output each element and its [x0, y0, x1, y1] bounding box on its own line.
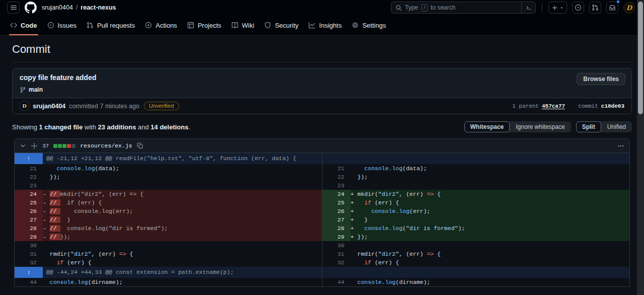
diff-row: 21 console.log(data);21 console.log(data… — [15, 164, 629, 173]
github-logo-icon[interactable] — [25, 2, 37, 14]
line-number[interactable]: 31 — [323, 250, 351, 258]
whitespace-button[interactable]: Whitespace — [464, 121, 510, 132]
issues-icon-button[interactable] — [572, 2, 584, 14]
code-line: - // } — [43, 215, 322, 224]
user-avatar[interactable]: D — [623, 2, 635, 14]
line-number[interactable]: 28 — [15, 224, 43, 233]
committer-name-link[interactable]: srujan0404 — [33, 103, 65, 110]
diff-row: 29- // });29+ }); — [15, 233, 629, 241]
expand-hunk-button[interactable]: ↕ — [15, 267, 43, 278]
inbox-icon-button[interactable] — [606, 2, 618, 14]
diff-file-box: 37 resources/ex.js ↑ @@ -21,12 +21,12 @@… — [14, 138, 630, 287]
unified-view-button[interactable]: Unified — [601, 121, 632, 132]
diff-row: 27- // }27+ } — [15, 215, 629, 224]
code-line: console.log(data); — [351, 164, 630, 173]
line-number[interactable]: 26 — [15, 207, 43, 215]
line-number[interactable]: 26 — [323, 207, 351, 215]
ignore-whitespace-button[interactable]: Ignore whitespace — [510, 121, 571, 132]
line-number[interactable]: 22 — [15, 173, 43, 181]
line-number[interactable]: 23 — [323, 181, 351, 190]
hamburger-menu-button[interactable] — [7, 2, 20, 14]
split-view-button[interactable]: Split — [576, 121, 601, 132]
line-number[interactable]: 31 — [15, 250, 43, 258]
line-number[interactable]: 27 — [323, 215, 351, 224]
tab-settings[interactable]: Settings — [347, 15, 391, 35]
search-icon — [395, 5, 402, 11]
branch-row[interactable]: main — [20, 86, 624, 93]
page-title: Commit — [12, 43, 632, 56]
hunk-header-row: ↑ @@ -21,12 +21,12 @@ readFile("help.txt… — [15, 153, 629, 164]
breadcrumb-owner-link[interactable]: srujan0404 — [42, 4, 73, 11]
tab-projects[interactable]: Projects — [182, 15, 226, 35]
tab-label: Settings — [362, 22, 386, 29]
diff-filename[interactable]: resources/ex.js — [80, 142, 132, 149]
header-divider — [542, 3, 542, 12]
line-number[interactable]: 21 — [323, 164, 351, 173]
repo-nav: CodeIssuesPull requestsActionsProjectsWi… — [0, 15, 644, 36]
file-options-kebab-icon[interactable] — [617, 142, 624, 150]
line-number[interactable]: 25 — [323, 198, 351, 207]
committer-avatar[interactable]: D — [20, 101, 29, 111]
code-line — [351, 181, 630, 190]
diff-row: 28- // console.log("dir is formed");28+ … — [15, 224, 629, 233]
slash-key-hint: / — [421, 4, 428, 12]
collapse-file-chevron-icon[interactable] — [20, 142, 26, 149]
line-number[interactable]: 29 — [15, 233, 43, 241]
gear-icon — [352, 22, 359, 29]
page-scrollbar[interactable] — [637, 0, 644, 295]
tab-label: Insights — [319, 22, 342, 29]
code-line: }); — [43, 173, 322, 181]
code-line: }); — [351, 173, 630, 181]
line-number[interactable]: 30 — [323, 241, 351, 250]
tab-insights[interactable]: Insights — [303, 15, 347, 35]
browse-files-button[interactable]: Browse files — [577, 73, 625, 85]
diff-stat-blocks — [53, 144, 75, 148]
line-number[interactable]: 25 — [15, 198, 43, 207]
code-line — [351, 241, 630, 250]
line-number[interactable]: 32 — [15, 258, 43, 267]
scrollbar-thumb[interactable] — [638, 2, 643, 114]
diff-block-added — [62, 144, 66, 148]
tab-label: Wiki — [242, 22, 255, 29]
commit-message: copy file feature added — [20, 73, 624, 82]
code-line: console.log(dirname); — [351, 278, 630, 286]
create-new-button[interactable] — [548, 2, 567, 14]
line-number[interactable]: 44 — [323, 278, 351, 286]
tab-issues[interactable]: Issues — [42, 15, 82, 35]
breadcrumb-repo-link[interactable]: react-nexus — [80, 4, 116, 11]
line-number[interactable]: 30 — [15, 241, 43, 250]
parent-sha-link[interactable]: 457ca77 — [542, 103, 565, 109]
line-number[interactable]: 32 — [323, 258, 351, 267]
unverified-badge[interactable]: Unverified — [144, 102, 179, 110]
line-number[interactable]: 29 — [323, 233, 351, 241]
pull-requests-icon-button[interactable] — [589, 2, 601, 14]
tab-actions[interactable]: Actions — [140, 15, 182, 35]
command-palette-icon[interactable] — [521, 2, 535, 13]
commit-label: commit — [578, 103, 598, 109]
play-icon — [145, 22, 152, 29]
line-number[interactable]: 22 — [323, 173, 351, 181]
line-number[interactable]: 44 — [15, 278, 43, 286]
parent-label: 1 parent — [512, 103, 539, 109]
book-icon — [231, 22, 238, 29]
tab-code[interactable]: Code — [5, 15, 42, 35]
tab-wiki[interactable]: Wiki — [226, 15, 260, 35]
line-number[interactable]: 24 — [323, 190, 351, 198]
line-number[interactable]: 21 — [15, 164, 43, 173]
tab-pull-requests[interactable]: Pull requests — [82, 15, 140, 35]
copy-path-icon[interactable] — [137, 142, 143, 149]
diff-block-deleted — [67, 144, 71, 148]
top-bar: srujan0404 / react-nexus Type / to searc… — [0, 0, 644, 15]
drag-move-icon[interactable] — [31, 142, 38, 150]
code-line: + console.log(err); — [351, 207, 630, 215]
hunk-header-text: @@ -44,24 +44,33 @@ const extension = pa… — [43, 267, 322, 278]
expand-hunk-button[interactable]: ↑ — [15, 153, 43, 164]
line-number[interactable]: 24 — [15, 190, 43, 198]
search-input[interactable]: Type / to search — [391, 2, 536, 14]
code-line: + mkdir("dir2", (err) => { — [351, 190, 630, 198]
tab-security[interactable]: Security — [259, 15, 303, 35]
line-number[interactable]: 23 — [15, 181, 43, 190]
line-number[interactable]: 27 — [15, 215, 43, 224]
code-line: + if (err) { — [351, 198, 630, 207]
line-number[interactable]: 28 — [323, 224, 351, 233]
